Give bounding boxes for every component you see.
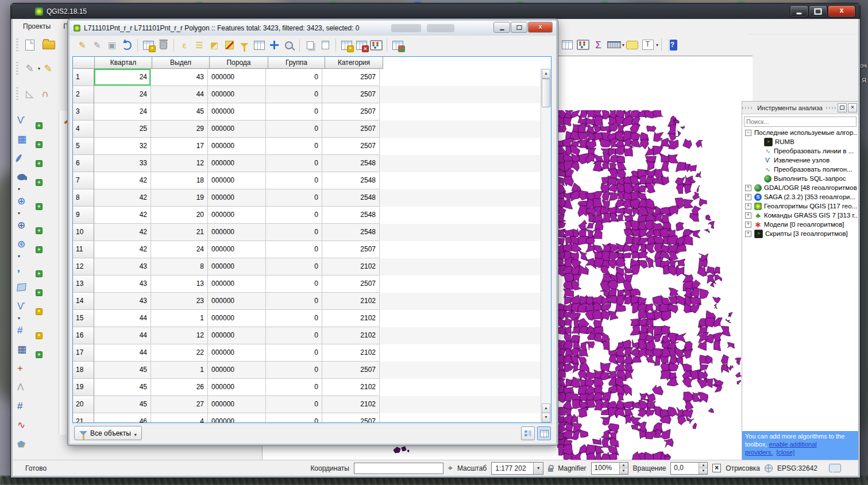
table-cell[interactable]: 000000	[208, 276, 266, 293]
column-header-2[interactable]: Выдел	[152, 57, 210, 69]
table-cell[interactable]: 0	[266, 293, 322, 310]
tree-item[interactable]: +Геоалгоритмы QGIS [117 гео...	[743, 201, 857, 211]
table-cell[interactable]: 0	[266, 276, 322, 293]
table-cell[interactable]: 42	[94, 224, 151, 241]
tree-item[interactable]: ѴИзвлечение узлов	[743, 156, 857, 165]
row-number-cell[interactable]: 5	[73, 138, 94, 155]
toolbar-grip[interactable]	[16, 62, 18, 75]
row-number-cell[interactable]: 16	[73, 327, 94, 344]
topology-checker-icon[interactable]: ∿	[17, 416, 43, 434]
table-cell[interactable]: 12	[151, 155, 208, 172]
column-header-4[interactable]: Группа	[268, 57, 325, 69]
copy-selection-icon[interactable]	[303, 38, 318, 53]
cad-tools-icon[interactable]: ◺	[22, 86, 37, 102]
add-wfs-layer-icon[interactable]: ⊛+	[17, 235, 43, 254]
dialog-minimize-button[interactable]	[493, 22, 510, 33]
panel-float-button[interactable]	[838, 103, 847, 112]
table-cell[interactable]: 2102	[322, 310, 380, 327]
toggle-editing-icon[interactable]: ✎	[40, 61, 56, 76]
table-cell[interactable]: 8	[151, 258, 208, 276]
table-cell[interactable]: 45	[94, 396, 151, 413]
table-cell[interactable]: 2548	[322, 172, 380, 189]
table-cell[interactable]: 2102	[322, 258, 380, 276]
column-header-5[interactable]: Категория	[325, 57, 383, 69]
table-cell[interactable]: 000000	[208, 310, 266, 327]
table-cell[interactable]: 45	[94, 362, 151, 379]
table-cell[interactable]: 26	[151, 379, 208, 396]
filter-by-form-icon[interactable]	[237, 38, 252, 53]
table-cell[interactable]: 0	[266, 155, 322, 172]
row-number-cell[interactable]: 17	[73, 344, 94, 362]
multi-edit-icon[interactable]: ✎	[90, 38, 105, 53]
chevron-down-icon[interactable]: ▼	[533, 463, 543, 474]
table-cell[interactable]: 19	[151, 189, 208, 207]
table-cell[interactable]: 000000	[208, 241, 266, 258]
tree-item[interactable]: +♣Команды GRASS GIS 7 [313 г...	[743, 211, 857, 220]
tree-item[interactable]: ∿Преобразовать линии в ...	[743, 146, 857, 156]
table-cell[interactable]: 44	[151, 86, 208, 103]
table-cell[interactable]: 000000	[208, 207, 266, 224]
table-cell[interactable]: 000000	[208, 258, 266, 276]
table-cell[interactable]: 2548	[322, 155, 380, 172]
table-cell[interactable]: 42	[94, 241, 151, 258]
table-cell[interactable]: 000000	[208, 121, 266, 138]
table-cell[interactable]: 32	[94, 138, 151, 155]
table-cell[interactable]: 0	[266, 69, 322, 86]
invert-selection-icon[interactable]: ◩	[207, 38, 222, 53]
coordinates-input[interactable]	[354, 463, 443, 474]
crosshair-tool-icon[interactable]: +	[17, 359, 43, 378]
table-cell[interactable]: 45	[94, 379, 151, 396]
feature-filter-button[interactable]: Все объекты ▾	[74, 426, 142, 440]
table-cell[interactable]: 23	[151, 293, 208, 310]
table-cell[interactable]: 29	[151, 121, 208, 138]
table-cell[interactable]: 12	[151, 327, 208, 344]
select-all-icon[interactable]: ☰	[192, 38, 207, 53]
table-cell[interactable]: 2102	[322, 344, 380, 362]
expand-expander-icon[interactable]: +	[745, 203, 751, 209]
conditional-formatting-icon[interactable]	[390, 38, 405, 53]
reload-table-icon[interactable]	[119, 38, 134, 53]
toolbar-grip[interactable]	[16, 87, 18, 100]
table-cell[interactable]: 2507	[322, 276, 380, 293]
spin-down-icon[interactable]: ▼	[699, 468, 707, 474]
table-cell[interactable]: 000000	[208, 413, 266, 422]
spin-down-icon[interactable]: ▼	[620, 468, 628, 474]
pan-to-selection-icon[interactable]	[267, 38, 281, 53]
maximize-button[interactable]	[809, 5, 827, 17]
table-cell[interactable]: 000000	[208, 86, 266, 103]
table-cell[interactable]: 18	[151, 172, 208, 189]
table-cell[interactable]: 42	[94, 189, 151, 207]
tree-item[interactable]: +>Скрипты [3 геоалгоритмов]	[743, 229, 857, 238]
tree-item[interactable]: ∿Преобразовать полигон...	[743, 165, 857, 174]
text-annotation-icon[interactable]: T	[640, 37, 655, 53]
dropdown-arrow[interactable]: ▾	[656, 42, 658, 48]
row-number-cell[interactable]: 6	[73, 155, 94, 172]
panel-header[interactable]: Инструменты анализа ✕	[742, 102, 858, 114]
expand-expander-icon[interactable]: +	[745, 222, 751, 228]
delete-field-icon[interactable]: ×	[354, 38, 369, 53]
table-cell[interactable]: 21	[151, 224, 208, 241]
table-cell[interactable]: 2507	[322, 138, 380, 155]
collapse-expander-icon[interactable]: −	[745, 130, 751, 136]
search-input[interactable]	[744, 117, 857, 127]
table-cell[interactable]: 45	[151, 103, 208, 121]
table-cell[interactable]: 2102	[322, 293, 380, 310]
add-raster-layer-icon[interactable]: ▦+	[17, 130, 43, 149]
dialog-restore-button[interactable]	[511, 22, 527, 33]
table-cell[interactable]: 42	[94, 172, 151, 189]
close-info-link[interactable]: [close]	[776, 449, 794, 456]
dialog-close-button[interactable]: x	[528, 22, 553, 33]
table-cell[interactable]: 0	[266, 103, 322, 121]
crs-globe-icon[interactable]	[765, 464, 773, 472]
new-project-icon[interactable]	[22, 37, 37, 53]
row-number-cell[interactable]: 3	[73, 103, 94, 121]
table-cell[interactable]: 0	[266, 189, 322, 207]
table-cell[interactable]: 43	[94, 293, 151, 310]
add-postgis-layer-icon[interactable]: +	[17, 168, 43, 187]
lock-icon[interactable]	[548, 468, 553, 472]
table-cell[interactable]: 4	[151, 413, 208, 422]
tree-item[interactable]: +GDAL/OGR [48 геоалгоритмов]	[743, 183, 857, 192]
spin-up-icon[interactable]: ▲	[620, 463, 628, 468]
table-view-toggle[interactable]	[537, 426, 551, 440]
row-number-cell[interactable]: 1	[73, 69, 94, 86]
